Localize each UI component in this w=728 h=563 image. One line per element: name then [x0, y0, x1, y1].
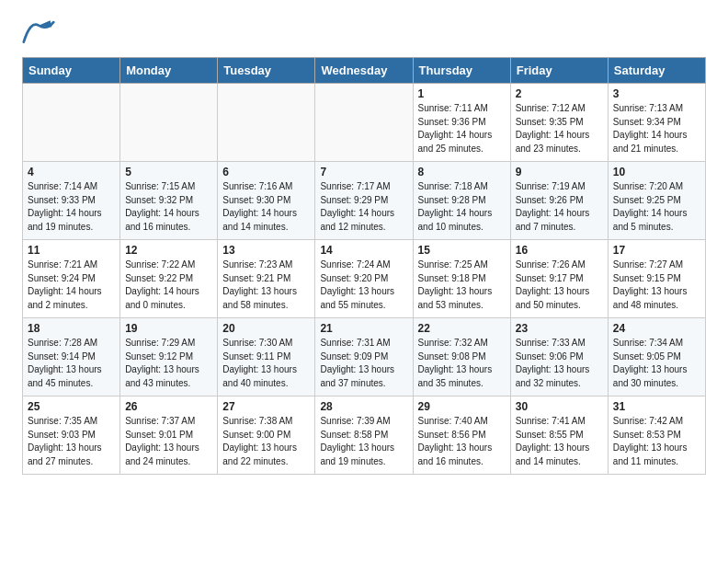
calendar-cell: 10Sunrise: 7:20 AMSunset: 9:25 PMDayligh…: [608, 162, 705, 240]
day-info: Sunrise: 7:23 AMSunset: 9:21 PMDaylight:…: [222, 259, 310, 312]
day-number: 14: [320, 244, 407, 257]
day-number: 11: [28, 244, 115, 257]
day-number: 26: [125, 400, 212, 413]
day-info: Sunrise: 7:14 AMSunset: 9:33 PMDaylight:…: [28, 180, 115, 234]
day-number: 23: [516, 322, 603, 335]
day-info: Sunrise: 7:22 AMSunset: 9:22 PMDaylight:…: [125, 259, 212, 312]
day-info: Sunrise: 7:42 AMSunset: 8:53 PMDaylight:…: [613, 415, 700, 468]
day-info: Sunrise: 7:40 AMSunset: 8:56 PMDaylight:…: [418, 415, 506, 468]
calendar-cell: 14Sunrise: 7:24 AMSunset: 9:20 PMDayligh…: [315, 240, 413, 318]
week-row-3: 11Sunrise: 7:21 AMSunset: 9:24 PMDayligh…: [23, 240, 706, 318]
calendar-cell: 16Sunrise: 7:26 AMSunset: 9:17 PMDayligh…: [510, 240, 608, 318]
calendar-header-saturday: Saturday: [608, 58, 705, 84]
calendar-cell: 19Sunrise: 7:29 AMSunset: 9:12 PMDayligh…: [120, 318, 218, 396]
calendar-cell: 22Sunrise: 7:32 AMSunset: 9:08 PMDayligh…: [413, 318, 510, 396]
header: [22, 18, 706, 44]
day-number: 16: [516, 244, 603, 257]
day-number: 31: [613, 400, 700, 413]
day-info: Sunrise: 7:16 AMSunset: 9:30 PMDaylight:…: [222, 180, 310, 234]
calendar-cell: [315, 84, 413, 162]
calendar-cell: 29Sunrise: 7:40 AMSunset: 8:56 PMDayligh…: [413, 396, 510, 475]
calendar-cell: 1Sunrise: 7:11 AMSunset: 9:36 PMDaylight…: [413, 84, 510, 162]
day-info: Sunrise: 7:25 AMSunset: 9:18 PMDaylight:…: [418, 259, 506, 312]
day-number: 21: [320, 322, 407, 335]
day-info: Sunrise: 7:28 AMSunset: 9:14 PMDaylight:…: [28, 337, 115, 390]
day-info: Sunrise: 7:29 AMSunset: 9:12 PMDaylight:…: [125, 337, 212, 390]
logo: [22, 18, 59, 44]
day-number: 30: [516, 400, 603, 413]
calendar-cell: 12Sunrise: 7:22 AMSunset: 9:22 PMDayligh…: [120, 240, 218, 318]
calendar-header-thursday: Thursday: [413, 58, 510, 84]
calendar-header-tuesday: Tuesday: [218, 58, 315, 84]
week-row-2: 4Sunrise: 7:14 AMSunset: 9:33 PMDaylight…: [23, 162, 706, 240]
day-number: 4: [28, 166, 115, 178]
day-number: 18: [28, 322, 115, 335]
calendar-header-row: SundayMondayTuesdayWednesdayThursdayFrid…: [23, 58, 706, 84]
day-number: 29: [418, 400, 506, 413]
day-info: Sunrise: 7:39 AMSunset: 8:58 PMDaylight:…: [320, 415, 407, 468]
day-info: Sunrise: 7:32 AMSunset: 9:08 PMDaylight:…: [418, 337, 506, 390]
calendar-cell: 9Sunrise: 7:19 AMSunset: 9:26 PMDaylight…: [510, 162, 608, 240]
day-number: 20: [222, 322, 310, 335]
calendar-header-monday: Monday: [120, 58, 218, 84]
calendar-cell: 8Sunrise: 7:18 AMSunset: 9:28 PMDaylight…: [413, 162, 510, 240]
day-number: 25: [28, 400, 115, 413]
day-info: Sunrise: 7:38 AMSunset: 9:00 PMDaylight:…: [222, 415, 310, 468]
day-info: Sunrise: 7:27 AMSunset: 9:15 PMDaylight:…: [613, 259, 700, 312]
week-row-4: 18Sunrise: 7:28 AMSunset: 9:14 PMDayligh…: [23, 318, 706, 396]
day-number: 13: [222, 244, 310, 257]
day-info: Sunrise: 7:33 AMSunset: 9:06 PMDaylight:…: [516, 337, 603, 390]
day-number: 8: [418, 166, 506, 178]
calendar-header-sunday: Sunday: [23, 58, 120, 84]
calendar-cell: 28Sunrise: 7:39 AMSunset: 8:58 PMDayligh…: [315, 396, 413, 475]
day-info: Sunrise: 7:24 AMSunset: 9:20 PMDaylight:…: [320, 259, 407, 312]
day-info: Sunrise: 7:31 AMSunset: 9:09 PMDaylight:…: [320, 337, 407, 390]
day-number: 24: [613, 322, 700, 335]
day-info: Sunrise: 7:34 AMSunset: 9:05 PMDaylight:…: [613, 337, 700, 390]
day-info: Sunrise: 7:35 AMSunset: 9:03 PMDaylight:…: [28, 415, 115, 468]
day-number: 17: [613, 244, 700, 257]
page: SundayMondayTuesdayWednesdayThursdayFrid…: [0, 0, 728, 493]
day-info: Sunrise: 7:17 AMSunset: 9:29 PMDaylight:…: [320, 180, 407, 234]
day-number: 27: [222, 400, 310, 413]
day-info: Sunrise: 7:20 AMSunset: 9:25 PMDaylight:…: [613, 180, 700, 234]
day-info: Sunrise: 7:13 AMSunset: 9:34 PMDaylight:…: [613, 102, 700, 155]
calendar-cell: [120, 84, 218, 162]
calendar-cell: 3Sunrise: 7:13 AMSunset: 9:34 PMDaylight…: [608, 84, 705, 162]
day-info: Sunrise: 7:30 AMSunset: 9:11 PMDaylight:…: [222, 337, 310, 390]
day-number: 5: [125, 166, 212, 178]
calendar-cell: 26Sunrise: 7:37 AMSunset: 9:01 PMDayligh…: [120, 396, 218, 475]
day-info: Sunrise: 7:26 AMSunset: 9:17 PMDaylight:…: [516, 259, 603, 312]
day-number: 2: [516, 87, 603, 100]
calendar: SundayMondayTuesdayWednesdayThursdayFrid…: [22, 57, 706, 475]
calendar-cell: 11Sunrise: 7:21 AMSunset: 9:24 PMDayligh…: [23, 240, 120, 318]
calendar-cell: 18Sunrise: 7:28 AMSunset: 9:14 PMDayligh…: [23, 318, 120, 396]
calendar-cell: 25Sunrise: 7:35 AMSunset: 9:03 PMDayligh…: [23, 396, 120, 475]
day-info: Sunrise: 7:15 AMSunset: 9:32 PMDaylight:…: [125, 180, 212, 234]
day-number: 12: [125, 244, 212, 257]
calendar-cell: 6Sunrise: 7:16 AMSunset: 9:30 PMDaylight…: [218, 162, 315, 240]
day-number: 7: [320, 166, 407, 178]
calendar-cell: [218, 84, 315, 162]
day-info: Sunrise: 7:41 AMSunset: 8:55 PMDaylight:…: [516, 415, 603, 468]
calendar-cell: 24Sunrise: 7:34 AMSunset: 9:05 PMDayligh…: [608, 318, 705, 396]
day-number: 10: [613, 166, 700, 178]
day-number: 3: [613, 87, 700, 100]
calendar-cell: 5Sunrise: 7:15 AMSunset: 9:32 PMDaylight…: [120, 162, 218, 240]
calendar-cell: 31Sunrise: 7:42 AMSunset: 8:53 PMDayligh…: [608, 396, 705, 475]
calendar-cell: 13Sunrise: 7:23 AMSunset: 9:21 PMDayligh…: [218, 240, 315, 318]
calendar-header-wednesday: Wednesday: [315, 58, 413, 84]
calendar-cell: 7Sunrise: 7:17 AMSunset: 9:29 PMDaylight…: [315, 162, 413, 240]
day-info: Sunrise: 7:37 AMSunset: 9:01 PMDaylight:…: [125, 415, 212, 468]
calendar-cell: 27Sunrise: 7:38 AMSunset: 9:00 PMDayligh…: [218, 396, 315, 475]
day-number: 15: [418, 244, 506, 257]
calendar-cell: 20Sunrise: 7:30 AMSunset: 9:11 PMDayligh…: [218, 318, 315, 396]
day-number: 6: [222, 166, 310, 178]
calendar-cell: [23, 84, 120, 162]
day-number: 28: [320, 400, 407, 413]
calendar-cell: 21Sunrise: 7:31 AMSunset: 9:09 PMDayligh…: [315, 318, 413, 396]
logo-icon: [22, 18, 55, 44]
day-info: Sunrise: 7:18 AMSunset: 9:28 PMDaylight:…: [418, 180, 506, 234]
day-info: Sunrise: 7:12 AMSunset: 9:35 PMDaylight:…: [516, 102, 603, 155]
calendar-cell: 30Sunrise: 7:41 AMSunset: 8:55 PMDayligh…: [510, 396, 608, 475]
